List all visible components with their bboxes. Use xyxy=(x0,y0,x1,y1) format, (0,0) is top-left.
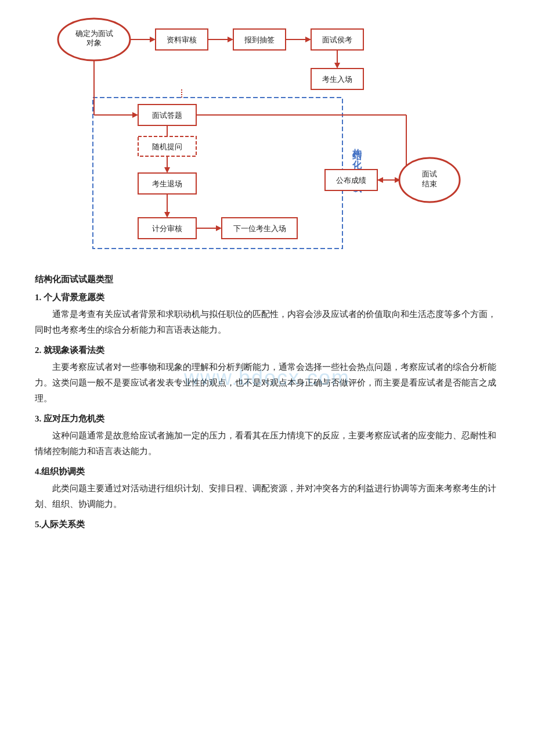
svg-text:下一位考生入场: 下一位考生入场 xyxy=(233,224,286,233)
item-3-heading: 3. 应对压力危机类 xyxy=(35,413,499,424)
item-4-body: 此类问题主要通过对活动进行组织计划、安排日程、调配资源，并对冲突各方的利益进行协… xyxy=(35,481,499,512)
svg-marker-8 xyxy=(228,37,233,42)
svg-text:公布成绩: 公布成绩 xyxy=(336,176,366,185)
svg-text:随机提问: 随机提问 xyxy=(152,142,182,151)
svg-marker-12 xyxy=(305,37,311,42)
svg-text:计分审核: 计分审核 xyxy=(152,224,182,233)
item-1-heading: 1. 个人背景意愿类 xyxy=(35,292,499,303)
svg-text:结束: 结束 xyxy=(422,179,437,188)
svg-text:面试: 面试 xyxy=(422,170,437,178)
svg-text:化: 化 xyxy=(352,160,362,170)
svg-marker-16 xyxy=(334,63,340,69)
svg-text:考生退场: 考生退场 xyxy=(152,179,182,188)
svg-text:构: 构 xyxy=(352,149,362,159)
svg-text:确定为面试: 确定为面试 xyxy=(75,29,113,38)
svg-text:报到抽签: 报到抽签 xyxy=(244,35,275,44)
main-heading: 结构化面试试题类型 xyxy=(35,274,499,285)
flowchart-area: 确定为面试 对象 资料审核 报到抽签 面试侯考 考生入场 结 构 化 xyxy=(35,12,499,264)
svg-text:对象: 对象 xyxy=(86,38,102,47)
svg-rect-19 xyxy=(93,98,342,249)
svg-text:面试侯考: 面试侯考 xyxy=(322,35,352,44)
item-2-body: 主要考察应试者对一些事物和现象的理解和分析判断能力，通常会选择一些社会热点问题，… xyxy=(35,359,499,406)
svg-text:考生入场: 考生入场 xyxy=(322,75,352,84)
svg-text:面试答题: 面试答题 xyxy=(152,111,182,120)
item-1-body: 通常是考查有关应试者背景和求职动机与拟任职位的匹配性，内容会涉及应试者的价值取向… xyxy=(35,307,499,338)
item-5-heading: 5.人际关系类 xyxy=(35,519,499,530)
text-content: 结构化面试试题类型 1. 个人背景意愿类 通常是考查有关应试者背景和求职动机与拟… xyxy=(35,274,499,530)
item-2-heading: 2. 就现象谈看法类 xyxy=(35,345,499,356)
svg-marker-4 xyxy=(150,37,156,42)
item-3-body: 这种问题通常是故意给应试者施加一定的压力，看看其在压力情境下的反应，主要考察应试… xyxy=(35,428,499,459)
item-4-heading: 4.组织协调类 xyxy=(35,466,499,477)
svg-text:资料审核: 资料审核 xyxy=(167,35,197,44)
flowchart-svg: 确定为面试 对象 资料审核 报到抽签 面试侯考 考生入场 结 构 化 xyxy=(46,12,511,261)
